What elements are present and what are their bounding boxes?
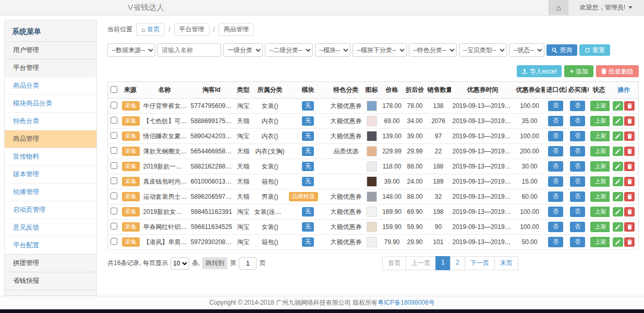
import-pick-toggle[interactable]: 否 <box>548 101 563 111</box>
import-pick-toggle[interactable]: 否 <box>548 146 563 156</box>
must-buy-toggle[interactable]: 否 <box>570 101 585 111</box>
row-checkbox[interactable] <box>111 192 117 199</box>
status-button[interactable]: 上架 <box>590 101 610 111</box>
status-button[interactable]: 上架 <box>590 131 610 141</box>
delete-button[interactable] <box>624 207 635 216</box>
import-pick-toggle[interactable]: 否 <box>548 207 563 216</box>
edit-button[interactable] <box>613 237 623 247</box>
icp-link[interactable]: 粤ICP备16098006号 <box>378 298 434 307</box>
sidebar-item-9[interactable]: 启动页管理 <box>5 201 96 219</box>
status-button[interactable]: 上架 <box>590 191 610 201</box>
page-button-4[interactable]: 下一页 <box>465 256 495 270</box>
import-pick-toggle[interactable]: 否 <box>548 131 563 141</box>
edit-button[interactable] <box>613 162 623 171</box>
must-buy-toggle[interactable]: 否 <box>570 161 585 171</box>
row-checkbox[interactable] <box>111 117 117 124</box>
edit-button[interactable] <box>613 177 623 186</box>
search-button[interactable]: 查询 <box>546 44 577 56</box>
must-buy-toggle[interactable]: 否 <box>570 131 585 141</box>
row-checkbox[interactable] <box>111 223 117 230</box>
delete-button[interactable] <box>624 237 635 247</box>
filter-select-0[interactable]: --数据来源-- <box>107 43 155 57</box>
delete-button[interactable] <box>624 131 635 141</box>
row-checkbox[interactable] <box>111 177 117 184</box>
sidebar-item-10[interactable]: 意见反馈 <box>5 219 96 236</box>
filter-select-6[interactable]: --宝贝类型-- <box>459 43 507 57</box>
filter-select-1[interactable]: 一级分类 <box>223 43 263 57</box>
import-pick-toggle[interactable]: 否 <box>548 237 563 247</box>
add-button[interactable]: + 添加 <box>564 65 593 77</box>
status-button[interactable]: 上架 <box>590 176 610 186</box>
page-button-1[interactable]: 上一页 <box>406 256 436 270</box>
select-all-checkbox[interactable] <box>111 86 117 93</box>
row-checkbox[interactable] <box>111 162 117 169</box>
row-checkbox[interactable] <box>111 132 117 139</box>
delete-button[interactable] <box>624 222 635 232</box>
sidebar-item-14[interactable]: 消息管理 <box>5 290 96 296</box>
delete-button[interactable] <box>624 147 635 156</box>
sidebar-item-6[interactable]: 宣传物料 <box>5 148 96 165</box>
page-button-3[interactable]: 2 <box>450 256 465 270</box>
delete-button[interactable] <box>624 101 635 111</box>
must-buy-toggle[interactable]: 否 <box>570 222 585 232</box>
filter-select-4[interactable]: --模块下分类-- <box>353 43 407 57</box>
page-button-0[interactable]: 首页 <box>382 256 406 270</box>
per-page-select[interactable]: 10 <box>171 257 189 270</box>
must-buy-toggle[interactable]: 否 <box>570 207 585 216</box>
edit-button[interactable] <box>613 207 623 216</box>
batch-delete-button[interactable]: 批量删除 <box>596 65 639 77</box>
import-pick-toggle[interactable]: 否 <box>548 116 563 126</box>
must-buy-toggle[interactable]: 否 <box>570 191 585 201</box>
home-button[interactable]: ⌂ <box>549 0 568 15</box>
sidebar-item-1[interactable]: 平台管理 <box>5 59 96 77</box>
edit-button[interactable] <box>613 116 623 126</box>
must-buy-toggle[interactable]: 否 <box>570 176 585 186</box>
sidebar-item-11[interactable]: 平台配置 <box>5 236 96 254</box>
edit-button[interactable] <box>613 101 623 111</box>
filter-select-5[interactable]: --特色分类-- <box>409 43 457 57</box>
reset-button[interactable]: 重置 <box>579 44 610 56</box>
sidebar-item-7[interactable]: 版本管理 <box>5 165 96 183</box>
sidebar-item-0[interactable]: 用户管理 <box>5 41 96 59</box>
import-excel-button[interactable]: 导入excel <box>517 65 562 77</box>
row-checkbox[interactable] <box>111 238 117 245</box>
row-checkbox[interactable] <box>111 102 117 109</box>
edit-button[interactable] <box>613 131 623 141</box>
sidebar-item-2[interactable]: 商品分类 <box>5 77 96 94</box>
must-buy-toggle[interactable]: 否 <box>570 237 585 247</box>
edit-button[interactable] <box>613 147 623 156</box>
status-button[interactable]: 上架 <box>590 116 610 126</box>
row-checkbox[interactable] <box>111 147 117 154</box>
import-pick-toggle[interactable]: 否 <box>548 222 563 232</box>
must-buy-toggle[interactable]: 否 <box>570 146 585 156</box>
delete-button[interactable] <box>624 192 635 201</box>
user-menu[interactable]: 欢迎您，管理员! <box>568 0 644 15</box>
filter-select-2[interactable]: --二级分类-- <box>265 43 313 57</box>
sidebar-item-12[interactable]: 拼团管理 <box>5 254 96 272</box>
status-button[interactable]: 上架 <box>590 146 610 156</box>
import-pick-toggle[interactable]: 否 <box>548 161 563 171</box>
sidebar-item-13[interactable]: 省钱快报 <box>5 272 96 290</box>
page-button-5[interactable]: 末页 <box>494 256 518 270</box>
status-button[interactable]: 上架 <box>590 161 610 171</box>
import-pick-toggle[interactable]: 否 <box>548 191 563 201</box>
sidebar-item-5[interactable]: 商品管理 <box>5 130 96 148</box>
status-button[interactable]: 上架 <box>590 222 610 232</box>
page-button-2[interactable]: 1 <box>435 256 451 270</box>
breadcrumb-home[interactable]: ⌂ 首页 <box>136 23 165 36</box>
page-number-input[interactable] <box>239 257 257 270</box>
name-search-input[interactable] <box>157 43 221 57</box>
status-button[interactable]: 上架 <box>590 207 610 216</box>
breadcrumb-item-goods[interactable]: 商品管理 <box>218 23 254 36</box>
edit-button[interactable] <box>613 192 623 201</box>
delete-button[interactable] <box>624 162 635 171</box>
row-checkbox[interactable] <box>111 208 117 214</box>
edit-button[interactable] <box>613 222 623 232</box>
import-pick-toggle[interactable]: 否 <box>548 176 563 186</box>
sidebar-item-3[interactable]: 模块商品分类 <box>5 94 96 112</box>
status-button[interactable]: 上架 <box>590 237 610 247</box>
sidebar-item-4[interactable]: 特色分类 <box>5 112 96 130</box>
filter-select-7[interactable]: --状态-- <box>509 43 544 57</box>
delete-button[interactable] <box>624 177 635 186</box>
jump-button[interactable]: 跳转到 <box>202 257 227 269</box>
